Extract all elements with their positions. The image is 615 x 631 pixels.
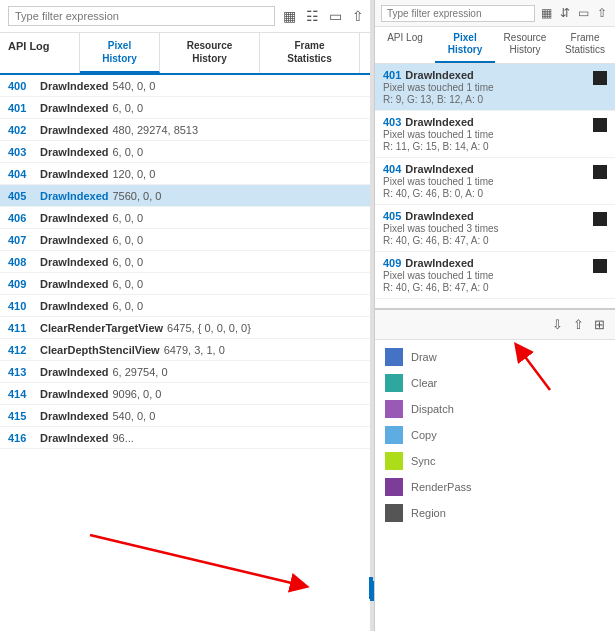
pixel-detail-line2: R: 40, G: 46, B: 47, A: 0 xyxy=(383,235,587,246)
legend-item: Copy xyxy=(375,422,615,448)
pixel-list-item[interactable]: 405DrawIndexedPixel was touched 3 timesR… xyxy=(375,205,615,252)
bottom-download-icon[interactable]: ⇩ xyxy=(550,315,565,334)
header-frame-statistics[interactable]: Frame Statistics xyxy=(260,33,360,73)
legend-list: DrawClearDispatchCopySyncRenderPassRegio… xyxy=(375,340,615,631)
pixel-list-item[interactable]: 409DrawIndexedPixel was touched 1 timeR:… xyxy=(375,252,615,299)
bottom-grid-icon[interactable]: ⊞ xyxy=(592,315,607,334)
header-api-log[interactable]: API Log xyxy=(0,33,80,73)
row-command: DrawIndexed xyxy=(40,410,108,422)
right-toolbar: ▦ ⇵ ▭ ⇧ xyxy=(375,0,615,27)
right-filter-input[interactable] xyxy=(381,5,535,22)
table-row[interactable]: 402DrawIndexed 480, 29274, 8513 xyxy=(0,119,374,141)
right-copy-icon[interactable]: ▭ xyxy=(576,4,591,22)
table-row[interactable]: 412ClearDepthStencilView 6479, 3, 1, 0 xyxy=(0,339,374,361)
table-row[interactable]: 414DrawIndexed 9096, 0, 0 xyxy=(0,383,374,405)
pixel-detail-line1: Pixel was touched 1 time xyxy=(383,129,587,140)
legend-item: Sync xyxy=(375,448,615,474)
row-args: 6, 0, 0 xyxy=(112,256,143,268)
legend-label: Region xyxy=(411,507,446,519)
pixel-list-item[interactable]: 404DrawIndexedPixel was touched 1 timeR:… xyxy=(375,158,615,205)
table-row[interactable]: 416DrawIndexed 96... xyxy=(0,427,374,449)
pixel-detail-line1: Pixel was touched 1 time xyxy=(383,176,587,187)
row-command: DrawIndexed xyxy=(40,300,108,312)
legend-color-box xyxy=(385,478,403,496)
row-number: 400 xyxy=(8,80,40,92)
tab-resource-history[interactable]: ResourceHistory xyxy=(495,27,555,63)
pixel-cmd: DrawIndexed xyxy=(405,210,473,222)
right-tabs: API Log PixelHistory ResourceHistory Fra… xyxy=(375,27,615,64)
header-resource-history[interactable]: Resource History xyxy=(160,33,260,73)
pixel-list-item[interactable]: 403DrawIndexedPixel was touched 1 timeR:… xyxy=(375,111,615,158)
table-row[interactable]: 401DrawIndexed 6, 0, 0 xyxy=(0,97,374,119)
legend-label: Copy xyxy=(411,429,437,441)
copy-icon[interactable]: ▭ xyxy=(327,6,344,26)
tab-frame-statistics[interactable]: FrameStatistics xyxy=(555,27,615,63)
pixel-detail-line2: R: 40, G: 46, B: 0, A: 0 xyxy=(383,188,587,199)
row-number: 412 xyxy=(8,344,40,356)
table-row[interactable]: 404DrawIndexed 120, 0, 0 xyxy=(0,163,374,185)
table-row[interactable]: 405DrawIndexed 7560, 0, 0 xyxy=(0,185,374,207)
legend-color-box xyxy=(385,400,403,418)
right-bottom-toolbar: ⇩ ⇧ ⊞ xyxy=(375,310,615,340)
row-number: 403 xyxy=(8,146,40,158)
table-row[interactable]: 407DrawIndexed 6, 0, 0 xyxy=(0,229,374,251)
row-number: 416 xyxy=(8,432,40,444)
table-row[interactable]: 410DrawIndexed 6, 0, 0 xyxy=(0,295,374,317)
table-row[interactable]: 415DrawIndexed 540, 0, 0 xyxy=(0,405,374,427)
table-row[interactable]: 413DrawIndexed 6, 29754, 0 xyxy=(0,361,374,383)
pixel-detail-line2: R: 40, G: 46, B: 47, A: 0 xyxy=(383,282,587,293)
table-row[interactable]: 406DrawIndexed 6, 0, 0 xyxy=(0,207,374,229)
pixel-cmd: DrawIndexed xyxy=(405,116,473,128)
row-number: 406 xyxy=(8,212,40,224)
header-pixel-history[interactable]: Pixel History xyxy=(80,33,160,73)
legend-item: Dispatch xyxy=(375,396,615,422)
capture-icon[interactable]: ▦ xyxy=(281,6,298,26)
row-args: 6, 0, 0 xyxy=(112,234,143,246)
right-top-section: ▦ ⇵ ▭ ⇧ API Log PixelHistory ResourceHis… xyxy=(375,0,615,310)
pixel-detail-line1: Pixel was touched 1 time xyxy=(383,270,587,281)
row-number: 401 xyxy=(8,102,40,114)
tab-pixel-history[interactable]: PixelHistory xyxy=(435,27,495,63)
pixel-color-square xyxy=(593,71,607,85)
legend-item: Region xyxy=(375,500,615,526)
right-capture-icon[interactable]: ▦ xyxy=(539,4,554,22)
pixel-color-square xyxy=(593,259,607,273)
bottom-share-icon[interactable]: ⇧ xyxy=(571,315,586,334)
pixel-num: 409 xyxy=(383,257,401,269)
right-export-icon[interactable]: ⇧ xyxy=(595,4,609,22)
left-filter-input[interactable] xyxy=(8,6,275,26)
legend-item: Draw xyxy=(375,344,615,370)
legend-label: Clear xyxy=(411,377,437,389)
row-command: DrawIndexed xyxy=(40,190,108,202)
legend-color-box xyxy=(385,452,403,470)
row-args: 6475, { 0, 0, 0, 0} xyxy=(167,322,251,334)
table-row[interactable]: 411ClearRenderTargetView 6475, { 0, 0, 0… xyxy=(0,317,374,339)
row-number: 411 xyxy=(8,322,40,334)
export-icon[interactable]: ⇧ xyxy=(350,6,366,26)
pixel-detail-line2: R: 11, G: 15, B: 14, A: 0 xyxy=(383,141,587,152)
table-row[interactable]: 409DrawIndexed 6, 0, 0 xyxy=(0,273,374,295)
row-args: 96... xyxy=(112,432,133,444)
table-row[interactable]: 403DrawIndexed 6, 0, 0 xyxy=(0,141,374,163)
pixel-detail-line1: Pixel was touched 3 times xyxy=(383,223,587,234)
row-command: DrawIndexed xyxy=(40,388,108,400)
right-sort-icon[interactable]: ⇵ xyxy=(558,4,572,22)
row-number: 402 xyxy=(8,124,40,136)
table-row[interactable]: 400DrawIndexed 540, 0, 0 xyxy=(0,75,374,97)
row-command: DrawIndexed xyxy=(40,146,108,158)
legend-label: Dispatch xyxy=(411,403,454,415)
legend-label: Sync xyxy=(411,455,435,467)
table-row[interactable]: 408DrawIndexed 6, 0, 0 xyxy=(0,251,374,273)
row-command: DrawIndexed xyxy=(40,124,108,136)
pixel-list-item[interactable]: 401DrawIndexedPixel was touched 1 timeR:… xyxy=(375,64,615,111)
pixel-color-square xyxy=(593,118,607,132)
filter-icon[interactable]: ☷ xyxy=(304,6,321,26)
legend-item: RenderPass xyxy=(375,474,615,500)
row-command: ClearRenderTargetView xyxy=(40,322,163,334)
tab-api-log[interactable]: API Log xyxy=(375,27,435,63)
legend-label: Draw xyxy=(411,351,437,363)
row-args: 540, 0, 0 xyxy=(112,80,155,92)
row-command: DrawIndexed xyxy=(40,212,108,224)
row-number: 405 xyxy=(8,190,40,202)
pixel-cmd: DrawIndexed xyxy=(405,69,473,81)
